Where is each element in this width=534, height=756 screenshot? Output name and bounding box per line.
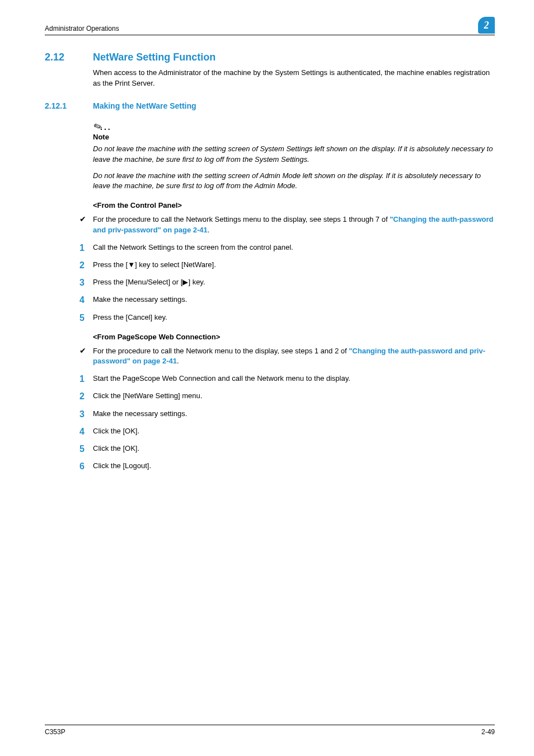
chapter-badge: 2	[478, 17, 495, 34]
web-step-3: 3Make the necessary settings.	[79, 409, 495, 419]
section-heading: 2.12 NetWare Setting Function	[45, 50, 495, 64]
cp-step-1: 1Call the Network Settings to the screen…	[79, 242, 495, 253]
subsection-number: 2.12.1	[45, 100, 76, 111]
breadcrumb: Administrator Operations	[45, 24, 119, 34]
check-icon: ✔	[79, 214, 93, 224]
note-paragraph-1: Do not leave the machine with the settin…	[93, 144, 495, 165]
web-step-1: 1Start the PageScope Web Connection and …	[79, 374, 495, 384]
section-number: 2.12	[45, 50, 76, 64]
control-panel-note-row: ✔ For the procedure to call the Network …	[79, 214, 495, 236]
web-step-2: 2Click the [NetWare Setting] menu.	[79, 391, 495, 402]
web-step-5: 5Click the [OK].	[79, 444, 495, 454]
note-heading: Note	[93, 132, 495, 143]
note-paragraph-2: Do not leave the machine with the settin…	[93, 171, 495, 192]
cp-step-3: 3Press the [Menu/Select] or [▶] key.	[79, 277, 495, 288]
check-icon: ✔	[79, 346, 93, 356]
web-note-text: For the procedure to call the Network me…	[93, 346, 495, 367]
web-heading: <From PageScope Web Connection>	[93, 332, 495, 343]
footer-left: C353P	[45, 727, 65, 737]
control-panel-heading: <From the Control Panel>	[93, 200, 495, 211]
cp-step-2: 2Press the [▼] key to select [NetWare].	[79, 260, 495, 270]
web-note-row: ✔ For the procedure to call the Network …	[79, 346, 495, 367]
control-panel-note-text: For the procedure to call the Network Se…	[93, 214, 495, 236]
section-title: NetWare Setting Function	[93, 50, 216, 64]
web-step-4: 4Click the [OK].	[79, 426, 495, 437]
cp-step-4: 4Make the necessary settings.	[79, 295, 495, 305]
subsection-heading: 2.12.1 Making the NetWare Setting	[45, 100, 495, 111]
footer-right: 2-49	[481, 727, 495, 737]
note-icon: ✎...	[93, 120, 495, 131]
section-intro: When access to the Administrator of the …	[93, 68, 495, 89]
subsection-title: Making the NetWare Setting	[93, 100, 196, 111]
web-step-6: 6Click the [Logout].	[79, 461, 495, 472]
cp-step-5: 5Press the [Cancel] key.	[79, 312, 495, 323]
